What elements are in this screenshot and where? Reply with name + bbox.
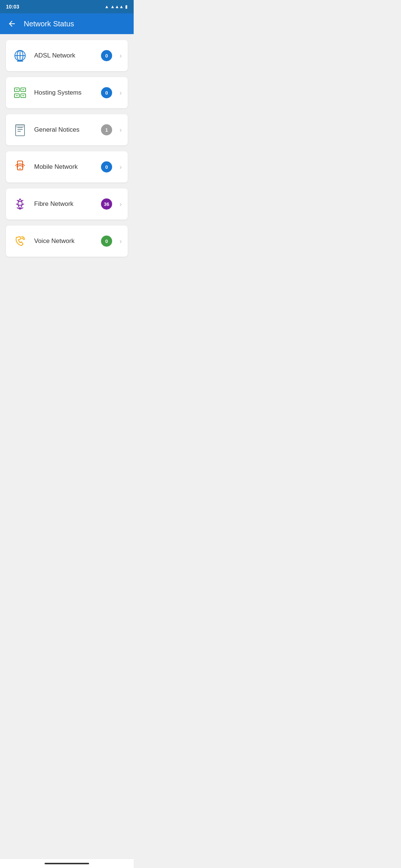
adsl-network-label: ADSL Network	[34, 52, 95, 59]
mobile-network-item[interactable]: Mobile Network 0 ›	[6, 151, 128, 183]
fibre-network-chevron: ›	[120, 200, 122, 208]
general-notices-icon	[12, 122, 28, 138]
app-bar-title: Network Status	[24, 20, 74, 28]
fibre-network-label: Fibre Network	[34, 200, 95, 208]
status-bar-time: 10:03	[6, 4, 19, 10]
adsl-network-chevron: ›	[120, 52, 122, 60]
general-notices-label: General Notices	[34, 126, 95, 134]
wifi-icon: ▲	[104, 4, 109, 9]
signal-icon: ▲▲▲	[110, 4, 124, 9]
fibre-network-item[interactable]: Fibre Network 36 ›	[6, 188, 128, 220]
fibre-network-icon	[12, 196, 28, 212]
mobile-network-badge: 0	[101, 161, 112, 172]
status-bar-icons: ▲ ▲▲▲ ▮	[104, 4, 128, 9]
back-button[interactable]	[6, 18, 18, 30]
adsl-network-icon	[12, 47, 28, 64]
hosting-systems-label: Hosting Systems	[34, 89, 95, 96]
general-notices-badge: 1	[101, 124, 112, 135]
app-bar: Network Status	[0, 13, 134, 34]
status-bar: 10:03 ▲ ▲▲▲ ▮	[0, 0, 134, 13]
voice-network-chevron: ›	[120, 237, 122, 245]
general-notices-chevron: ›	[120, 126, 122, 134]
hosting-systems-badge: 0	[101, 87, 112, 98]
hosting-systems-icon	[12, 85, 28, 101]
voice-network-icon	[12, 233, 28, 249]
hosting-systems-item[interactable]: Hosting Systems 0 ›	[6, 77, 128, 108]
mobile-network-label: Mobile Network	[34, 163, 95, 171]
battery-icon: ▮	[125, 4, 128, 9]
adsl-network-item[interactable]: ADSL Network 0 ›	[6, 40, 128, 71]
mobile-network-icon	[12, 159, 28, 175]
voice-network-label: Voice Network	[34, 237, 95, 245]
fibre-network-badge: 36	[101, 198, 112, 210]
general-notices-item[interactable]: General Notices 1 ›	[6, 114, 128, 145]
svg-point-20	[20, 168, 21, 169]
content-area: ADSL Network 0 › Hosting Systems 0 ›	[0, 34, 134, 263]
hosting-systems-chevron: ›	[120, 89, 122, 97]
adsl-network-badge: 0	[101, 50, 112, 61]
svg-rect-18	[16, 125, 25, 128]
mobile-network-chevron: ›	[120, 163, 122, 171]
voice-network-badge: 0	[101, 236, 112, 247]
voice-network-item[interactable]: Voice Network 0 ›	[6, 226, 128, 257]
